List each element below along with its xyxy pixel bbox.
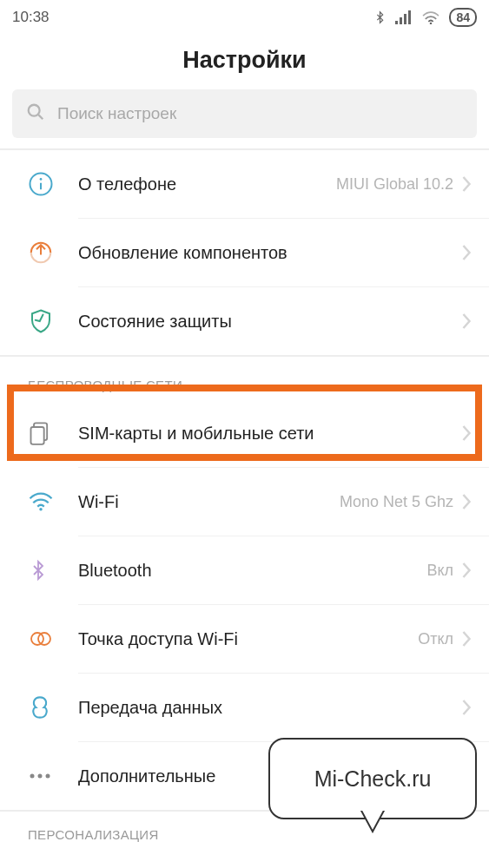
battery-indicator: 84 — [449, 8, 477, 27]
item-value: Вкл — [426, 562, 453, 580]
svg-point-4 — [430, 23, 432, 24]
item-label: Состояние защиты — [78, 312, 462, 332]
bubble-text: Mi-Check.ru — [314, 766, 432, 792]
section-header-wireless: БЕСПРОВОДНЫЕ СЕТИ — [0, 357, 489, 399]
update-icon — [28, 240, 63, 266]
chevron-right-icon — [462, 176, 472, 192]
svg-point-13 — [39, 508, 43, 511]
item-security-status[interactable]: Состояние защиты — [0, 287, 489, 355]
chevron-right-icon — [462, 425, 472, 441]
chevron-right-icon — [462, 700, 472, 715]
svg-rect-2 — [404, 14, 406, 24]
bluetooth-icon — [28, 557, 63, 583]
svg-rect-20 — [359, 809, 387, 811]
item-wifi[interactable]: Wi-Fi Mono Net 5 Ghz — [0, 468, 489, 536]
svg-rect-1 — [400, 17, 402, 24]
item-sim-cards[interactable]: SIM-карты и мобильные сети — [0, 399, 489, 467]
status-indicators: 84 — [373, 8, 477, 27]
item-about-phone[interactable]: О телефоне MIUI Global 10.2 — [0, 150, 489, 218]
item-label: Точка доступа Wi-Fi — [78, 629, 418, 649]
bluetooth-icon — [373, 9, 387, 26]
status-bar: 10:38 84 — [0, 0, 489, 35]
cellular-signal-icon — [395, 10, 413, 24]
search-input[interactable] — [57, 104, 463, 123]
bubble-tail-icon — [357, 809, 388, 838]
search-icon — [26, 102, 45, 125]
wifi-icon — [421, 10, 440, 24]
svg-point-14 — [31, 633, 43, 645]
item-label: Передача данных — [78, 698, 462, 718]
info-icon — [28, 171, 63, 197]
svg-rect-12 — [31, 427, 44, 444]
chevron-right-icon — [462, 313, 472, 329]
page-title: Настройки — [0, 35, 489, 89]
data-icon — [28, 694, 63, 720]
status-time: 10:38 — [12, 9, 50, 26]
annotation-bubble: Mi-Check.ru — [268, 738, 477, 819]
hotspot-icon — [28, 628, 63, 649]
svg-rect-3 — [408, 10, 411, 24]
more-icon — [28, 772, 63, 780]
item-value: Откл — [418, 630, 453, 648]
search-box[interactable] — [12, 89, 477, 138]
chevron-right-icon — [462, 631, 472, 647]
sim-icon — [28, 421, 63, 445]
svg-point-5 — [29, 105, 40, 116]
svg-point-8 — [40, 178, 43, 181]
chevron-right-icon — [462, 562, 472, 578]
item-label: Обновление компонентов — [78, 243, 462, 263]
shield-icon — [28, 308, 63, 334]
svg-line-6 — [38, 115, 43, 119]
svg-point-16 — [30, 774, 35, 779]
wifi-icon — [28, 491, 63, 512]
item-value: MIUI Global 10.2 — [336, 175, 453, 194]
item-label: SIM-карты и мобильные сети — [78, 424, 462, 444]
svg-point-18 — [46, 774, 50, 779]
chevron-right-icon — [462, 494, 472, 510]
item-bluetooth[interactable]: Bluetooth Вкл — [0, 536, 489, 604]
item-hotspot[interactable]: Точка доступа Wi-Fi Откл — [0, 605, 489, 673]
item-data-usage[interactable]: Передача данных — [0, 674, 489, 741]
svg-rect-0 — [395, 21, 398, 24]
item-value: Mono Net 5 Ghz — [340, 493, 453, 511]
item-component-update[interactable]: Обновление компонентов — [0, 219, 489, 286]
svg-point-15 — [38, 633, 50, 645]
item-label: О телефоне — [78, 174, 336, 194]
item-label: Wi-Fi — [78, 492, 340, 512]
item-label: Bluetooth — [78, 561, 426, 581]
svg-point-17 — [38, 774, 43, 779]
chevron-right-icon — [462, 245, 472, 260]
svg-marker-19 — [360, 809, 385, 832]
